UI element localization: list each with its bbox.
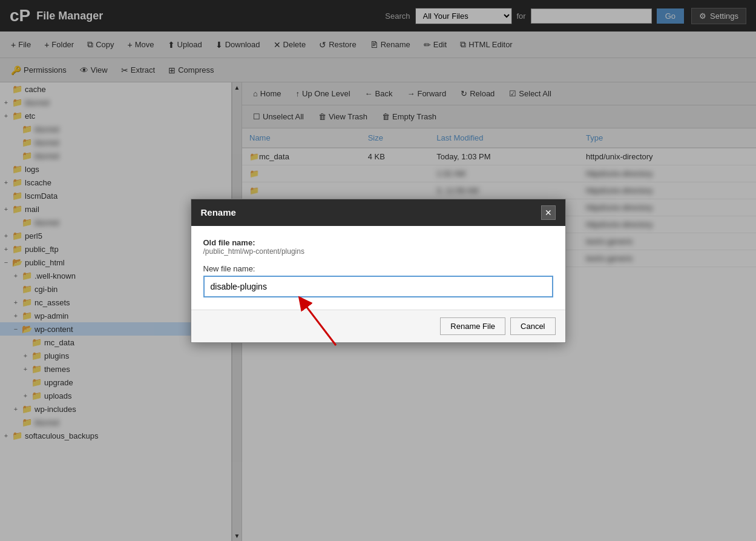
dialog-close-button[interactable]: ✕ [541, 205, 556, 220]
new-file-input-container [203, 276, 553, 297]
rename-dialog: Rename ✕ Old file name: /public_html/wp-… [191, 199, 566, 343]
new-file-label: New file name: [203, 264, 553, 273]
dialog-footer: Rename File Cancel [191, 310, 565, 342]
dialog-title: Rename [201, 207, 236, 217]
dialog-header: Rename ✕ [191, 199, 565, 226]
dialog-body: Old file name: /public_html/wp-content/p… [191, 226, 565, 310]
old-file-path: /public_html/wp-content/plugins [203, 247, 553, 256]
cancel-button[interactable]: Cancel [510, 317, 555, 335]
rename-file-button[interactable]: Rename File [440, 317, 505, 335]
old-file-label: Old file name: /public_html/wp-content/p… [203, 238, 553, 256]
dialog-overlay: Rename ✕ Old file name: /public_html/wp-… [0, 0, 756, 541]
new-file-name-input[interactable] [203, 276, 553, 297]
